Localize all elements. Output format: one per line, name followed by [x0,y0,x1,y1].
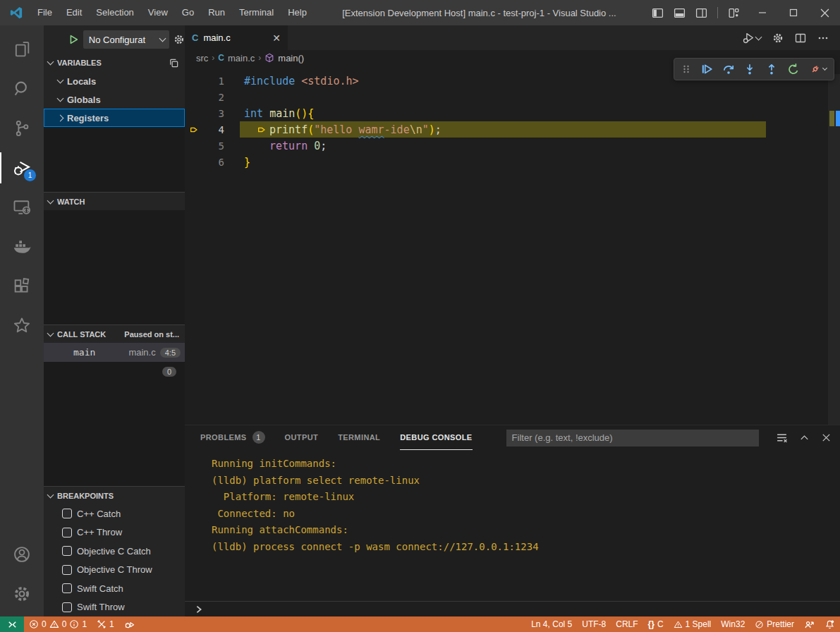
checkbox-unchecked[interactable] [62,583,72,593]
remote-explorer-icon[interactable] [0,188,44,227]
debug-session-status[interactable] [119,616,140,632]
gear-icon[interactable] [772,32,784,44]
breakpoint-item[interactable]: C++ Throw [44,523,185,542]
panel-tab-terminal[interactable]: TERMINAL [338,425,380,450]
step-over-button[interactable] [722,63,735,75]
debug-console-output[interactable]: Running initCommands:(lldb) platform sel… [185,450,840,601]
maximize-panel-icon[interactable] [799,432,810,443]
breakpoints-section-header[interactable]: BREAKPOINTS [44,486,185,504]
variables-item-registers[interactable]: Registers [44,109,185,127]
maximize-button[interactable] [778,0,809,25]
tools-status[interactable]: 1 [92,616,119,632]
formatter-status[interactable]: Prettier [750,616,799,632]
breakpoint-item[interactable]: Swift Throw [44,598,185,617]
variables-item-locals[interactable]: Locals [44,72,185,90]
variables-header-label: VARIABLES [57,59,102,67]
star-icon[interactable] [0,306,44,346]
breakpoint-item[interactable]: C++ Catch [44,504,185,523]
toolbar-drag-grip[interactable] [681,63,691,75]
tab-main-c[interactable]: C main.c ✕ [185,25,288,50]
code-line[interactable]: 4printf("hello wamr-ide\n"); [185,121,840,138]
breakpoints-list: C++ CatchC++ ThrowObjective C CatchObjec… [44,504,185,616]
encoding-indicator[interactable]: UTF-8 [577,616,611,632]
checkbox-unchecked[interactable] [62,546,72,556]
checkbox-unchecked[interactable] [62,509,72,518]
panel-tab-output[interactable]: OUTPUT [285,425,319,450]
continue-button[interactable] [700,63,713,75]
watch-section-header[interactable]: WATCH [44,192,185,210]
debug-console-input[interactable] [185,601,840,616]
source-control-icon[interactable] [0,109,44,148]
code-line[interactable]: 2 [185,89,840,105]
docker-icon[interactable] [0,227,44,267]
notifications-button[interactable] [820,616,840,632]
platform-indicator[interactable]: Win32 [716,616,750,632]
run-or-debug-button[interactable] [743,32,761,44]
breadcrumb-folder[interactable]: src [196,53,208,63]
panel-tab-debug-console[interactable]: DEBUG CONSOLE [400,425,472,450]
menu-terminal[interactable]: Terminal [232,0,281,25]
restart-button[interactable] [787,63,800,75]
explorer-icon[interactable] [0,30,44,69]
toggle-panel-icon[interactable] [674,7,686,19]
console-filter-input[interactable] [506,430,759,446]
configure-gear-icon[interactable] [174,34,185,45]
session-row[interactable]: 0 [44,362,185,381]
breadcrumb-file[interactable]: main.c [228,53,255,63]
stack-frame-row[interactable]: main main.c 4:5 [44,343,185,362]
close-window-button[interactable] [809,0,840,25]
extensions-icon[interactable] [0,267,44,306]
problems-status[interactable]: 0 0 1 [24,616,92,632]
overview-ruler[interactable] [828,74,840,425]
feedback-button[interactable] [799,616,820,632]
start-debug-icon[interactable] [68,34,79,45]
toggle-secondary-sidebar-icon[interactable] [695,7,707,19]
menu-help[interactable]: Help [281,0,314,25]
remote-indicator[interactable] [0,616,24,632]
breakpoint-item[interactable]: Objective C Throw [44,561,185,580]
clear-console-icon[interactable] [776,432,788,444]
cursor-position[interactable]: Ln 4, Col 5 [526,616,577,632]
split-editor-icon[interactable] [795,32,806,44]
close-tab-icon[interactable]: ✕ [272,33,281,43]
close-panel-icon[interactable] [821,432,832,443]
call-stack-section-header[interactable]: CALL STACK Paused on st... [44,324,185,343]
disconnect-button[interactable] [809,63,827,75]
step-into-button[interactable] [743,63,756,75]
console-line: (lldb) platform select remote-linux [212,473,840,490]
breadcrumb-symbol[interactable]: main() [278,53,304,63]
checkbox-unchecked[interactable] [62,528,72,537]
variables-item-globals[interactable]: Globals [44,90,185,109]
menu-run[interactable]: Run [201,0,232,25]
checkbox-unchecked[interactable] [62,565,72,575]
code-line[interactable]: 5return 0; [185,138,840,154]
account-icon[interactable] [0,535,44,574]
variables-section-header[interactable]: VARIABLES [44,54,185,72]
code-token: 0 [314,140,320,152]
breakpoint-item[interactable]: Swift Catch [44,579,185,598]
run-and-debug-icon[interactable]: 1 [0,148,44,188]
spell-checker-status[interactable]: 1 Spell [669,616,717,632]
minimize-button[interactable] [747,0,778,25]
toggle-sidebar-icon[interactable] [652,7,664,19]
debug-configuration-dropdown[interactable]: No Configurat [83,30,169,49]
copy-icon[interactable] [169,58,179,68]
checkbox-unchecked[interactable] [62,602,72,612]
menu-go[interactable]: Go [175,0,201,25]
code-line[interactable]: 6} [185,154,840,170]
breakpoint-item[interactable]: Objective C Catch [44,542,185,561]
customize-layout-icon[interactable] [728,7,740,19]
menu-edit[interactable]: Edit [59,0,89,25]
search-icon[interactable] [0,69,44,109]
eol-indicator[interactable]: CRLF [611,616,643,632]
panel-tab-problems[interactable]: PROBLEMS1 [200,425,265,450]
step-out-button[interactable] [765,63,778,75]
menu-view[interactable]: View [141,0,175,25]
language-mode[interactable]: {} C [643,616,669,632]
more-actions-icon[interactable] [817,32,829,44]
menu-file[interactable]: File [30,0,59,25]
code-line[interactable]: 3int main(){ [185,105,840,121]
code-area[interactable]: 1#include <stdio.h>23int main(){4printf(… [185,66,840,170]
settings-gear-icon[interactable] [0,574,44,614]
menu-selection[interactable]: Selection [89,0,140,25]
